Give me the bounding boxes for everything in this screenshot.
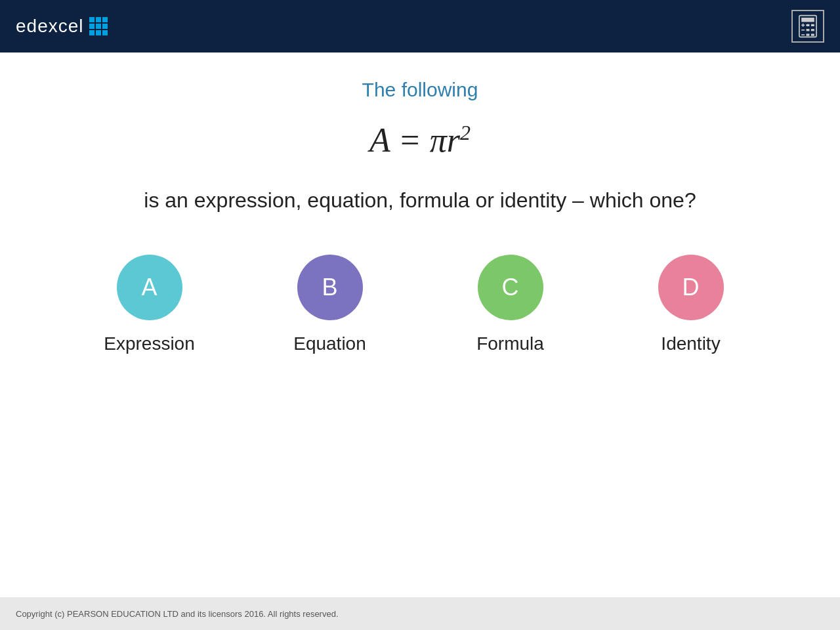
logo-dot [89,24,94,29]
logo-dot [89,30,94,35]
header: edexcel [0,0,840,52]
question-intro: The following [362,79,478,101]
svg-rect-11 [811,33,814,35]
logo-dot [89,17,94,22]
footer: Copyright (c) PEARSON EDUCATION LTD and … [0,597,840,630]
option-a[interactable]: A Expression [77,255,222,354]
svg-rect-5 [811,24,814,26]
option-c-label: Formula [476,333,544,354]
option-a-letter: A [141,274,157,301]
logo-dot [102,30,108,35]
options-row: A Expression B Equation C Formula D Iden… [59,255,781,354]
option-c[interactable]: C Formula [438,255,583,354]
formula-text: A = πr2 [369,121,471,159]
calculator-svg [796,14,820,38]
main-content: The following A = πr2 is an expression, … [0,52,840,597]
svg-rect-10 [807,33,810,35]
option-b-letter: B [322,274,337,301]
logo-area: edexcel [16,16,108,37]
logo-dot [96,30,101,35]
svg-rect-8 [811,29,814,31]
option-d[interactable]: D Identity [619,255,763,354]
option-d-circle[interactable]: D [658,255,724,320]
svg-rect-1 [801,18,814,22]
option-d-label: Identity [661,333,720,354]
option-a-circle[interactable]: A [117,255,182,320]
option-c-circle[interactable]: C [478,255,543,320]
question-text: is an expression, equation, formula or i… [144,186,696,215]
option-b-circle[interactable]: B [297,255,363,320]
calculator-icon [791,10,824,43]
option-d-letter: D [682,274,700,301]
option-c-letter: C [502,274,519,301]
logo-grid [89,17,108,35]
logo-dot [96,17,101,22]
logo-text: edexcel [16,16,84,37]
svg-rect-4 [807,24,810,26]
logo-dot [96,24,101,29]
footer-copyright: Copyright (c) PEARSON EDUCATION LTD and … [16,609,339,619]
formula-display: A = πr2 [369,121,471,159]
logo-dot [102,17,108,22]
logo-dot [102,24,108,29]
option-a-label: Expression [104,333,195,354]
svg-rect-7 [807,29,810,31]
option-b[interactable]: B Equation [258,255,402,354]
option-b-label: Equation [293,333,366,354]
